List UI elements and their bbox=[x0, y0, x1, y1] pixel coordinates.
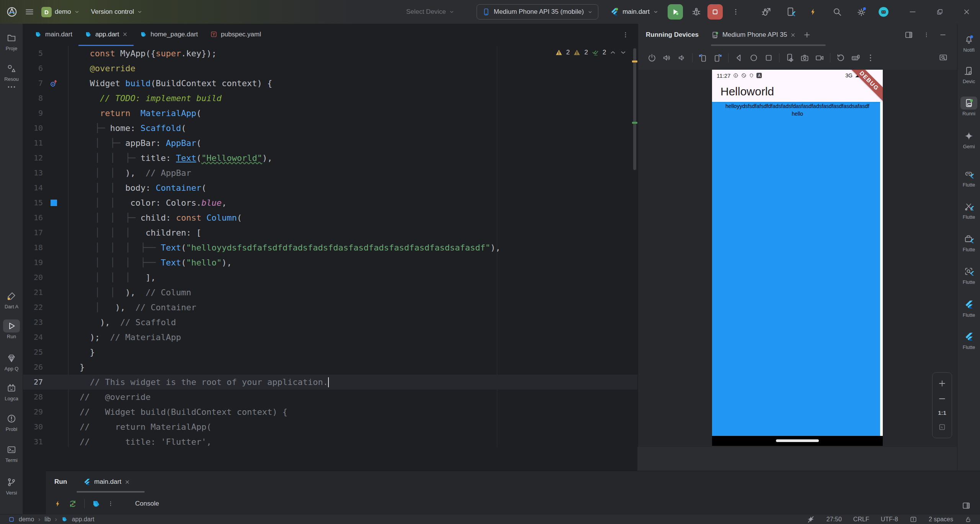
run-button[interactable] bbox=[668, 4, 683, 20]
breadcrumb-item[interactable]: lib bbox=[44, 516, 51, 523]
warning-icon[interactable] bbox=[555, 49, 563, 56]
layout-settings-icon[interactable] bbox=[904, 30, 913, 39]
code-line-31[interactable]: 31// title: 'Flutter', bbox=[23, 434, 637, 447]
search-everywhere-icon[interactable] bbox=[832, 7, 842, 17]
close-icon[interactable] bbox=[791, 33, 795, 38]
home-indicator[interactable] bbox=[776, 439, 819, 442]
sidebar-item-flutter-view[interactable]: Flutte bbox=[957, 330, 980, 350]
sidebar-item-dart-analysis[interactable]: Dart A bbox=[0, 290, 23, 309]
sidebar-item-device-manager[interactable]: Devic bbox=[957, 64, 980, 84]
breadcrumb-item[interactable]: app.dart bbox=[72, 516, 95, 523]
code-line-12[interactable]: 12 │ │ ├─ title: Text("Helloworld"), bbox=[23, 151, 637, 165]
hot-restart-icon[interactable] bbox=[68, 499, 77, 508]
close-button[interactable] bbox=[963, 8, 970, 15]
sidebar-item-logcat[interactable]: Logca bbox=[0, 382, 23, 401]
no-problems-icon[interactable] bbox=[591, 49, 599, 56]
sidebar-item-flutter-tools[interactable]: Flutte bbox=[957, 200, 980, 220]
run-tab-main-dart[interactable]: main.dart bbox=[83, 478, 130, 486]
code-line-15[interactable]: 15 │ │ color: Colors.blue, bbox=[23, 195, 637, 210]
prev-problem-icon[interactable] bbox=[609, 49, 616, 56]
main-menu-icon[interactable] bbox=[24, 7, 34, 17]
close-icon[interactable] bbox=[122, 32, 127, 37]
weak-warning-icon[interactable] bbox=[573, 49, 581, 56]
gemini-disabled-icon[interactable] bbox=[807, 515, 815, 524]
device-mirror-icon[interactable] bbox=[786, 7, 795, 17]
tab-options-icon[interactable] bbox=[622, 31, 629, 38]
code-line-21[interactable]: 21 │ │ ), // Column bbox=[23, 285, 637, 300]
hardware-input-icon[interactable] bbox=[851, 53, 860, 62]
sidebar-item-resource-manager[interactable]: Resou bbox=[0, 62, 23, 82]
breadcrumb-item[interactable]: demo bbox=[19, 516, 34, 523]
editor-tab-app-dart[interactable]: app.dart bbox=[78, 24, 134, 46]
code-line-19[interactable]: 19 │ │ │ ├── Text("hello"), bbox=[23, 255, 637, 270]
screenshot-icon[interactable] bbox=[800, 53, 809, 62]
select-device-dropdown[interactable]: Select Device bbox=[406, 8, 454, 16]
layout-settings-icon[interactable] bbox=[962, 501, 971, 510]
close-icon[interactable] bbox=[125, 480, 130, 485]
sidebar-item-terminal[interactable]: Termi bbox=[0, 443, 23, 463]
code-line-7[interactable]: 7 Widget build(BuildContext context) { bbox=[23, 76, 637, 91]
sidebar-item-more-tool-windows[interactable] bbox=[0, 80, 23, 93]
code-line-5[interactable]: 5 const MyApp({super.key}); bbox=[23, 46, 637, 61]
debug-button[interactable] bbox=[691, 7, 701, 17]
indent-size[interactable]: 2 spaces bbox=[929, 516, 953, 523]
run-configuration-selector[interactable]: main.dart bbox=[610, 7, 658, 16]
vcs-widget[interactable]: Version control bbox=[91, 8, 142, 16]
avatar[interactable] bbox=[878, 7, 889, 17]
more-options-icon[interactable] bbox=[923, 32, 929, 38]
code-line-13[interactable]: 13 │ │ ), // AppBar bbox=[23, 165, 637, 180]
code-line-30[interactable]: 30// return MaterialApp( bbox=[23, 419, 637, 434]
lock-open-icon[interactable] bbox=[965, 516, 972, 523]
code-line-8[interactable]: 8 // TODO: implement build bbox=[23, 91, 637, 106]
inspections-settings-icon[interactable] bbox=[910, 516, 917, 523]
hide-panel-icon[interactable] bbox=[939, 31, 946, 38]
code-line-10[interactable]: 10 ├─ home: Scaffold( bbox=[23, 121, 637, 136]
code-line-26[interactable]: 26} bbox=[23, 360, 637, 375]
more-run-actions-icon[interactable] bbox=[732, 8, 740, 16]
power-icon[interactable] bbox=[647, 53, 657, 62]
sidebar-item-flutter-performance[interactable]: Flutte bbox=[957, 168, 980, 188]
code-line-27[interactable]: 27 // This widget is the root of your ap… bbox=[23, 375, 637, 390]
sidebar-item-running-devices[interactable]: Runni bbox=[957, 97, 980, 116]
next-problem-icon[interactable] bbox=[620, 49, 627, 56]
color-preview-swatch[interactable] bbox=[44, 195, 63, 210]
sidebar-item-app-quality-insights[interactable]: App Q bbox=[0, 352, 23, 372]
hot-reload-icon[interactable] bbox=[54, 500, 61, 507]
code-line-23[interactable]: 23 ), // Scaffold bbox=[23, 315, 637, 330]
code-line-24[interactable]: 24 ); // MaterialApp bbox=[23, 330, 637, 345]
code-line-22[interactable]: 22 │ ), // Container bbox=[23, 300, 637, 315]
attach-debugger-icon[interactable] bbox=[761, 7, 772, 17]
volume-up-icon[interactable] bbox=[662, 53, 671, 62]
code-line-16[interactable]: 16 │ │ ├─ child: const Column( bbox=[23, 210, 637, 225]
rotate-right-icon[interactable] bbox=[713, 53, 722, 62]
code-line-9[interactable]: 9 return MaterialApp( bbox=[23, 106, 637, 121]
line-ending[interactable]: CRLF bbox=[853, 516, 869, 523]
nav-home-icon[interactable] bbox=[749, 53, 758, 62]
sidebar-item-problems[interactable]: Probl bbox=[0, 412, 23, 432]
snapshot-restore-icon[interactable] bbox=[836, 53, 845, 62]
snapshot-search-icon[interactable] bbox=[939, 53, 948, 62]
console-label[interactable]: Console bbox=[135, 500, 159, 508]
dart-logo-icon[interactable] bbox=[91, 499, 101, 508]
sidebar-item-notifications[interactable]: Notifi bbox=[957, 33, 980, 53]
editor-tab-main-dart[interactable]: main.dart bbox=[28, 24, 78, 46]
sidebar-item-project[interactable]: Proje bbox=[0, 31, 23, 51]
emulator-screen[interactable]: 11:27 A 3G Helloworld helloyydsfsdfafsdf… bbox=[712, 70, 883, 446]
code-line-25[interactable]: 25 } bbox=[23, 345, 637, 360]
zoom-reset-button[interactable]: 1:1 bbox=[938, 409, 946, 416]
code-editor[interactable]: 5 const MyApp({super.key});6 @override7 … bbox=[23, 46, 637, 447]
screen-record-icon[interactable] bbox=[815, 53, 824, 62]
zoom-out-button[interactable] bbox=[938, 395, 946, 403]
code-line-14[interactable]: 14 │ │ body: Container( bbox=[23, 180, 637, 195]
code-line-17[interactable]: 17 │ │ │ children: [ bbox=[23, 225, 637, 240]
editor-tab-home_page-dart[interactable]: home_page.dart bbox=[134, 24, 204, 46]
editor-tab-pubspec-yaml[interactable]: pubspec.yaml bbox=[204, 24, 267, 46]
code-line-20[interactable]: 20 │ │ │ ], bbox=[23, 270, 637, 285]
minimize-button[interactable] bbox=[909, 8, 916, 16]
device-tab[interactable]: Medium Phone API 35 bbox=[711, 31, 795, 39]
override-gutter-icon[interactable] bbox=[44, 76, 63, 91]
code-line-29[interactable]: 29// Widget build(BuildContext context) … bbox=[23, 404, 637, 419]
sidebar-item-run[interactable]: Run bbox=[0, 319, 23, 339]
sidebar-item-flutter-outline[interactable]: Flutte bbox=[957, 298, 980, 318]
sidebar-item-version-control[interactable]: Versi bbox=[0, 476, 23, 496]
